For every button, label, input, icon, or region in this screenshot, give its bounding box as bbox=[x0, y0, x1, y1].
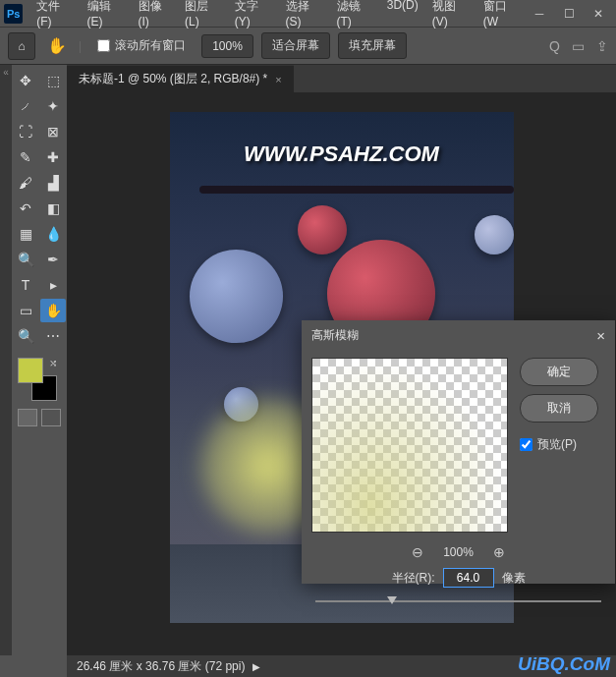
radius-row: 半径(R): 像素 bbox=[302, 568, 615, 588]
slider-track bbox=[315, 600, 601, 602]
toolbox: ✥ ⬚ ⟋ ✦ ⛶ ⊠ ✎ ✚ 🖌 ▟ ↶ ◧ ▦ 💧 🔍 ✒ T ▸ ▭ ✋ … bbox=[12, 65, 67, 655]
image-lantern bbox=[475, 215, 514, 254]
fill-screen-button[interactable]: 填充屏幕 bbox=[338, 32, 407, 59]
scroll-all-label: 滚动所有窗口 bbox=[115, 37, 186, 54]
image-watermark: WWW.PSAHZ.COM bbox=[244, 141, 439, 167]
menu-file[interactable]: 文件(F) bbox=[30, 0, 79, 31]
search-icon[interactable]: Q bbox=[549, 38, 560, 54]
menu-edit[interactable]: 编辑(E) bbox=[82, 0, 131, 31]
preview-zoom-value: 100% bbox=[443, 545, 474, 559]
image-lantern bbox=[298, 205, 347, 254]
radius-input[interactable] bbox=[443, 568, 494, 588]
menu-image[interactable]: 图像(I) bbox=[133, 0, 178, 31]
ok-button[interactable]: 确定 bbox=[520, 358, 598, 386]
brush-tool[interactable]: 🖌 bbox=[13, 171, 38, 195]
status-arrow-icon[interactable]: ▶ bbox=[252, 661, 260, 672]
move-tool[interactable]: ✥ bbox=[13, 69, 38, 92]
rectangle-tool[interactable]: ▭ bbox=[13, 299, 38, 322]
blur-preview[interactable] bbox=[311, 358, 508, 533]
path-select-tool[interactable]: ▸ bbox=[40, 273, 66, 297]
share-icon[interactable]: ⇪ bbox=[596, 38, 608, 54]
menu-text[interactable]: 文字(Y) bbox=[229, 0, 278, 31]
scroll-all-input[interactable] bbox=[97, 39, 110, 52]
radius-slider[interactable] bbox=[315, 595, 601, 607]
screen-modes bbox=[18, 409, 61, 426]
maximize-button[interactable]: ☐ bbox=[555, 4, 583, 24]
document-tab-title: 未标题-1 @ 50% (图层 2, RGB/8#) * bbox=[79, 71, 267, 87]
status-dimensions: 26.46 厘米 x 36.76 厘米 (72 ppi) bbox=[77, 658, 245, 675]
quick-select-tool[interactable]: ✦ bbox=[40, 94, 66, 118]
standard-mode[interactable] bbox=[18, 409, 37, 426]
eyedropper-tool[interactable]: ✎ bbox=[13, 145, 38, 169]
crop-tool[interactable]: ⛶ bbox=[13, 120, 38, 143]
marquee-tool[interactable]: ⬚ bbox=[40, 69, 66, 92]
hand-tool[interactable]: ✋ bbox=[40, 299, 66, 322]
menu-select[interactable]: 选择(S) bbox=[280, 0, 329, 31]
site-watermark: UiBQ.CoM bbox=[518, 653, 610, 675]
workspace-icon[interactable]: ▭ bbox=[572, 38, 585, 54]
hand-tool-indicator: ✋ bbox=[43, 32, 71, 60]
radius-unit: 像素 bbox=[502, 570, 526, 587]
foreground-color[interactable] bbox=[18, 358, 43, 383]
pen-tool[interactable]: ✒ bbox=[40, 248, 66, 271]
preview-checkbox[interactable]: 预览(P) bbox=[520, 436, 598, 453]
dialog-titlebar[interactable]: 高斯模糊 × bbox=[302, 320, 615, 350]
slider-thumb[interactable] bbox=[387, 596, 397, 604]
scroll-all-checkbox[interactable]: 滚动所有窗口 bbox=[89, 37, 194, 54]
dodge-tool[interactable]: 🔍 bbox=[13, 248, 38, 271]
default-colors-icon[interactable] bbox=[18, 389, 29, 401]
stamp-tool[interactable]: ▟ bbox=[40, 171, 66, 195]
image-lantern bbox=[190, 250, 283, 343]
type-tool[interactable]: T bbox=[13, 273, 38, 297]
zoom-in-icon[interactable]: ⊕ bbox=[493, 544, 505, 560]
cancel-button[interactable]: 取消 bbox=[520, 394, 598, 423]
edit-toolbar[interactable]: ⋯ bbox=[40, 324, 66, 348]
zoom-tool[interactable]: 🔍 bbox=[13, 324, 38, 348]
app-logo: Ps bbox=[4, 4, 23, 24]
minimize-button[interactable]: ─ bbox=[526, 4, 553, 24]
menu-filter[interactable]: 滤镜(T) bbox=[331, 0, 379, 31]
document-tabs: 未标题-1 @ 50% (图层 2, RGB/8#) * × bbox=[67, 65, 616, 92]
eraser-tool[interactable]: ◧ bbox=[40, 197, 66, 220]
radius-label: 半径(R): bbox=[392, 570, 435, 587]
preview-label: 预览(P) bbox=[537, 436, 577, 453]
zoom-out-icon[interactable]: ⊖ bbox=[412, 544, 423, 560]
preview-checkbox-input[interactable] bbox=[520, 438, 532, 451]
main-menu: 文件(F) 编辑(E) 图像(I) 图层(L) 文字(Y) 选择(S) 滤镜(T… bbox=[30, 0, 526, 31]
lasso-tool[interactable]: ⟋ bbox=[13, 94, 38, 118]
image-branch bbox=[199, 186, 514, 194]
gaussian-blur-dialog: 高斯模糊 × 确定 取消 预览(P) ⊖ 100% ⊕ 半径(R): 像素 bbox=[302, 320, 615, 584]
color-swatches[interactable]: ⤭ bbox=[18, 358, 61, 401]
options-bar: ⌂ ✋ | 滚动所有窗口 100% 适合屏幕 填充屏幕 Q ▭ ⇪ bbox=[0, 28, 616, 65]
dialog-title: 高斯模糊 bbox=[311, 327, 359, 344]
window-controls: ─ ☐ ✕ bbox=[526, 4, 612, 24]
fit-screen-button[interactable]: 适合屏幕 bbox=[261, 32, 330, 59]
home-button[interactable]: ⌂ bbox=[8, 32, 35, 60]
titlebar: Ps 文件(F) 编辑(E) 图像(I) 图层(L) 文字(Y) 选择(S) 滤… bbox=[0, 0, 616, 28]
close-button[interactable]: ✕ bbox=[585, 4, 612, 24]
document-tab[interactable]: 未标题-1 @ 50% (图层 2, RGB/8#) * × bbox=[67, 65, 294, 92]
zoom-100-button[interactable]: 100% bbox=[201, 34, 253, 58]
frame-tool[interactable]: ⊠ bbox=[40, 120, 66, 143]
menu-view[interactable]: 视图(V) bbox=[426, 0, 476, 31]
preview-zoom-controls: ⊖ 100% ⊕ bbox=[302, 544, 615, 560]
swap-colors-icon[interactable]: ⤭ bbox=[49, 358, 61, 369]
gradient-tool[interactable]: ▦ bbox=[13, 222, 38, 246]
menu-layer[interactable]: 图层(L) bbox=[179, 0, 227, 31]
blur-tool[interactable]: 💧 bbox=[40, 222, 66, 246]
menu-3d[interactable]: 3D(D) bbox=[381, 0, 424, 31]
quickmask-mode[interactable] bbox=[41, 409, 61, 426]
healing-tool[interactable]: ✚ bbox=[40, 145, 66, 169]
dialog-close-icon[interactable]: × bbox=[596, 327, 605, 344]
panel-collapse-strip[interactable] bbox=[0, 65, 12, 655]
history-brush-tool[interactable]: ↶ bbox=[13, 197, 38, 220]
tab-close-icon[interactable]: × bbox=[275, 74, 281, 85]
menu-window[interactable]: 窗口(W bbox=[477, 0, 526, 31]
